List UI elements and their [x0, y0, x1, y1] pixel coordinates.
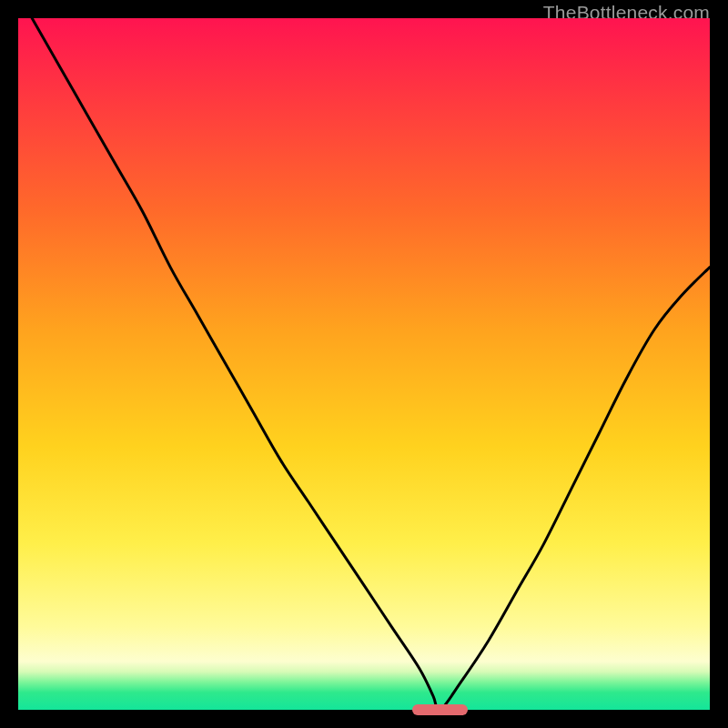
chart-frame: TheBottleneck.com — [18, 18, 710, 710]
bottleneck-curve — [18, 18, 710, 710]
optimum-marker — [412, 704, 468, 715]
